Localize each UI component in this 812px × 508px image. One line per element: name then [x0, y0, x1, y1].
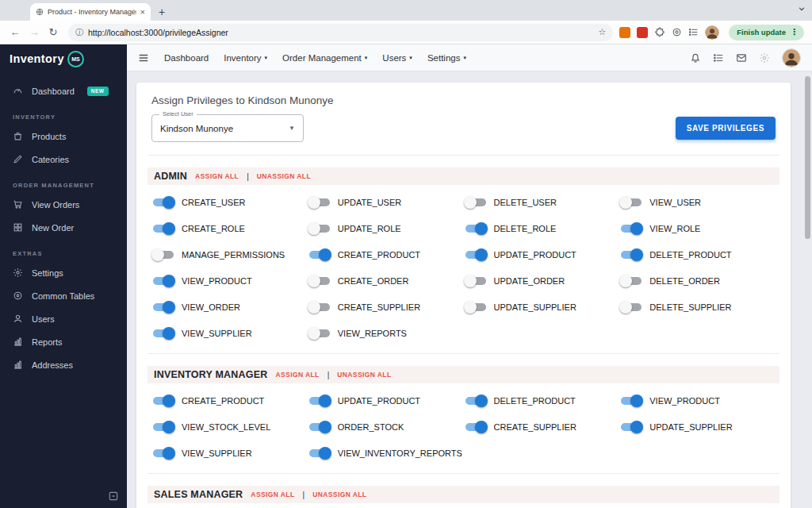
unassign-all-link[interactable]: UNASSIGN ALL — [337, 371, 391, 379]
select-user-dropdown[interactable]: Select User Kindson Munonye ▼ — [151, 114, 304, 142]
sidebar-section-header: EXTRAS — [0, 239, 127, 261]
link-separator: | — [327, 371, 330, 379]
privilege-toggle[interactable] — [464, 221, 488, 236]
privilege-toggle[interactable] — [151, 221, 175, 236]
sidebar-item-dashboard[interactable]: Dashboard NEW — [0, 79, 127, 102]
save-privileges-button[interactable]: SAVE PRIVILEGES — [676, 117, 776, 140]
user-avatar[interactable] — [782, 48, 801, 67]
gear-icon[interactable] — [759, 52, 770, 64]
privilege-toggle[interactable] — [308, 326, 331, 341]
scrollbar-thumb[interactable] — [805, 76, 810, 239]
extensions-puzzle-icon[interactable] — [654, 27, 665, 38]
browser-tab[interactable]: Product - Inventory Manager × — [30, 3, 151, 21]
sidebar-item-new-order[interactable]: New Order — [0, 216, 127, 239]
privilege-toggle[interactable] — [464, 274, 488, 288]
privilege-toggle[interactable] — [619, 195, 643, 210]
privilege-toggle[interactable] — [464, 195, 488, 210]
privilege-toggle[interactable] — [151, 326, 175, 341]
window-menu-chevron-icon[interactable] — [798, 5, 806, 13]
tab-close-icon[interactable]: × — [140, 8, 145, 17]
sidebar-item-label: Addresses — [32, 360, 73, 370]
privilege-label: CREATE_PRODUCT — [182, 396, 264, 406]
extension-orange-icon[interactable] — [619, 27, 630, 38]
privilege-toggle[interactable] — [464, 394, 488, 408]
notifications-bell-icon[interactable] — [690, 52, 701, 64]
app-logo[interactable]: Inventory MS — [0, 44, 127, 73]
nav-item-dashboard[interactable]: Dashboard — [164, 53, 209, 63]
new-tab-button[interactable]: + — [159, 6, 165, 17]
reading-list-icon[interactable] — [688, 27, 699, 37]
privilege-toggle[interactable] — [308, 420, 331, 434]
privilege-toggle[interactable] — [464, 248, 488, 262]
privilege-toggle[interactable] — [151, 394, 175, 408]
site-info-icon[interactable]: ⓘ — [75, 27, 83, 38]
user-icon — [13, 314, 24, 324]
sidebar-item-settings[interactable]: Settings — [0, 261, 127, 284]
nav-item-users[interactable]: Users ▾ — [382, 53, 412, 63]
privilege-toggle[interactable] — [308, 248, 331, 262]
privilege-toggle[interactable] — [151, 300, 175, 314]
privilege-item: VIEW_STOCK_LEVEL — [151, 420, 308, 434]
nav-item-settings[interactable]: Settings ▾ — [427, 53, 466, 63]
privilege-toggle[interactable] — [151, 274, 175, 288]
sidebar-item-view-orders[interactable]: View Orders — [0, 193, 127, 216]
privilege-toggle[interactable] — [308, 300, 331, 314]
privilege-toggle[interactable] — [308, 221, 331, 236]
privilege-toggle[interactable] — [308, 195, 331, 210]
shield-icon[interactable] — [672, 27, 682, 37]
privilege-toggle[interactable] — [619, 394, 643, 408]
group-name: SALES MANAGER — [154, 489, 243, 500]
chevron-down-icon: ▼ — [289, 125, 295, 132]
privilege-toggle[interactable] — [619, 248, 643, 262]
privilege-group-header: SALES MANAGER ASSIGN ALL | UNASSIGN ALL — [147, 486, 779, 503]
main-area: Dashboard Inventory ▾ Order Management ▾… — [127, 44, 812, 508]
sidebar-item-products[interactable]: Products — [0, 125, 127, 148]
extension-red-icon[interactable] — [637, 27, 648, 38]
unassign-all-link[interactable]: UNASSIGN ALL — [312, 491, 366, 498]
sidebar-item-common-tables[interactable]: Common Tables — [0, 284, 127, 307]
sidebar-section-header: ORDER MANAGEMENT — [0, 171, 127, 193]
privilege-toggle[interactable] — [151, 248, 175, 262]
privilege-toggle[interactable] — [308, 446, 331, 460]
back-button[interactable]: ← — [6, 26, 24, 38]
browser-menu-kebab-icon[interactable]: ⋮ — [790, 27, 799, 37]
privilege-toggle[interactable] — [464, 300, 488, 314]
privilege-item: UPDATE_PRODUCT — [464, 248, 620, 262]
hamburger-menu-icon[interactable] — [138, 52, 149, 64]
sidebar-item-addresses[interactable]: Addresses — [0, 353, 127, 376]
sidebar: Inventory MS Dashboard NEWINVENTORY Prod… — [0, 44, 127, 508]
browser-profile-avatar[interactable] — [705, 25, 719, 40]
privilege-item: CREATE_PRODUCT — [151, 394, 308, 408]
nav-item-order-management[interactable]: Order Management ▾ — [282, 53, 367, 63]
mail-icon[interactable] — [736, 52, 747, 64]
privilege-toggle[interactable] — [464, 420, 488, 434]
sidebar-item-reports[interactable]: Reports — [0, 330, 127, 353]
privilege-group: SALES MANAGER ASSIGN ALL | UNASSIGN ALL … — [147, 473, 779, 508]
assign-all-link[interactable]: ASSIGN ALL — [275, 371, 319, 379]
forward-button[interactable]: → — [25, 26, 43, 38]
privilege-toggle[interactable] — [619, 274, 643, 288]
tasks-list-icon[interactable] — [713, 52, 724, 64]
assign-all-link[interactable]: ASSIGN ALL — [195, 172, 239, 180]
unassign-all-link[interactable]: UNASSIGN ALL — [257, 172, 311, 180]
reload-button[interactable]: ↻ — [44, 26, 62, 38]
privilege-label: UPDATE_PRODUCT — [494, 250, 576, 260]
privilege-toggle[interactable] — [619, 221, 643, 236]
privilege-toggle[interactable] — [308, 394, 331, 408]
privilege-toggle[interactable] — [151, 446, 175, 460]
privilege-toggle[interactable] — [151, 420, 175, 434]
privilege-toggle[interactable] — [308, 274, 331, 288]
url-bar[interactable]: ⓘ http://localhost:3000/privilegeAssigne… — [68, 24, 613, 41]
privilege-toggle[interactable] — [151, 195, 175, 210]
privilege-toggle[interactable] — [619, 420, 643, 434]
sidebar-collapse-icon[interactable] — [108, 491, 119, 502]
bookmark-star-icon[interactable]: ☆ — [598, 27, 606, 37]
sidebar-item-users[interactable]: Users — [0, 307, 127, 330]
privilege-label: VIEW_USER — [649, 198, 701, 207]
assign-all-link[interactable]: ASSIGN ALL — [251, 491, 294, 498]
nav-item-inventory[interactable]: Inventory ▾ — [224, 53, 267, 63]
sidebar-item-cateories[interactable]: Cateories — [0, 148, 127, 171]
finish-update-button[interactable]: Finish update ⋮ — [729, 25, 804, 40]
privilege-toggle[interactable] — [619, 300, 643, 314]
privilege-label: UPDATE_ROLE — [338, 224, 401, 233]
